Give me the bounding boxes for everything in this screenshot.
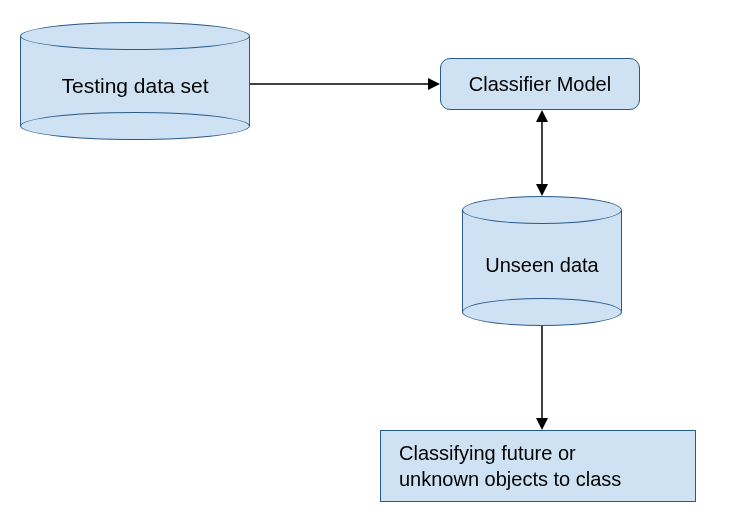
unseen-data-cylinder: Unseen data bbox=[462, 196, 622, 326]
classify-output-line2: unknown objects to class bbox=[399, 466, 621, 492]
cylinder-top bbox=[462, 196, 622, 224]
classifier-model-label: Classifier Model bbox=[469, 73, 611, 96]
arrow-testing-to-classifier bbox=[250, 76, 440, 92]
svg-marker-1 bbox=[428, 78, 440, 90]
unseen-data-label: Unseen data bbox=[462, 254, 622, 277]
label-text: Unseen data bbox=[485, 254, 598, 277]
arrow-classifier-unseen bbox=[534, 110, 550, 196]
classifier-model-box: Classifier Model bbox=[440, 58, 640, 110]
testing-data-label: Testing data set bbox=[20, 74, 250, 98]
svg-marker-4 bbox=[536, 184, 548, 196]
testing-data-cylinder: Testing data set bbox=[20, 22, 250, 140]
arrow-unseen-to-output bbox=[534, 326, 550, 430]
svg-marker-6 bbox=[536, 418, 548, 430]
svg-marker-2 bbox=[536, 110, 548, 122]
classify-output-line1: Classifying future or bbox=[399, 440, 576, 466]
cylinder-bottom bbox=[20, 112, 250, 140]
label-text: Testing data set bbox=[61, 74, 208, 98]
cylinder-bottom bbox=[462, 298, 622, 326]
classify-output-box: Classifying future or unknown objects to… bbox=[380, 430, 696, 502]
cylinder-top bbox=[20, 22, 250, 50]
